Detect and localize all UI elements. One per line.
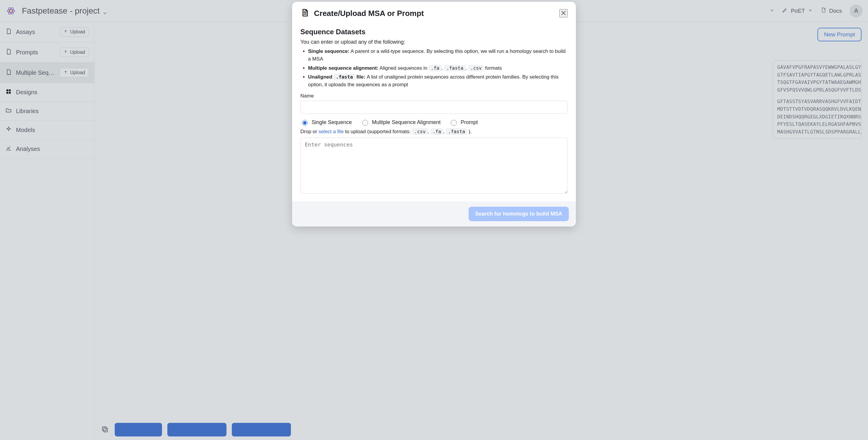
- bullet-msa-prefix: Aligned sequences in: [380, 65, 429, 71]
- drop-mid: to upload (supported formats:: [345, 129, 412, 134]
- select-file-link[interactable]: select a file: [318, 129, 344, 134]
- format-chip: .fasta: [444, 65, 466, 71]
- bullet-single-label: Single sequence:: [308, 48, 349, 54]
- radio-single-input[interactable]: [302, 120, 308, 126]
- modal-overlay[interactable]: Create/Upload MSA or Prompt Sequence Dat…: [0, 0, 868, 440]
- section-lead: You can enter or upload any of the follo…: [300, 39, 568, 45]
- bullet-unaligned-code: .fasta: [334, 74, 355, 80]
- drop-formats: .csv, .fa, .fasta: [412, 129, 467, 135]
- format-chip: .fa: [429, 65, 441, 71]
- radio-row: Single Sequence Multiple Sequence Alignm…: [300, 119, 568, 126]
- submit-button[interactable]: Search for homologs to build MSA: [469, 207, 569, 221]
- radio-single-label: Single Sequence: [312, 119, 352, 126]
- modal-footer: Search for homologs to build MSA: [292, 201, 576, 227]
- close-button[interactable]: [559, 9, 568, 18]
- bullet-msa-formats: .fa, .fasta, .csv: [429, 65, 484, 71]
- bullet-unaligned-suffix: file:: [355, 74, 365, 80]
- format-chip: .fasta: [446, 129, 467, 135]
- drop-prefix: Drop or: [300, 129, 318, 134]
- bullet-msa-label: Multiple sequence alignment:: [308, 65, 378, 71]
- modal-title: Create/Upload MSA or Prompt: [314, 9, 424, 18]
- drop-line: Drop or select a file to upload (support…: [300, 129, 568, 135]
- name-label: Name: [300, 93, 568, 99]
- radio-msa-input[interactable]: [362, 120, 368, 126]
- section-title: Sequence Datasets: [300, 28, 568, 36]
- submit-label: Search for homologs to build MSA: [475, 211, 562, 217]
- section-bullets: Single sequence: A parent or a wild-type…: [300, 47, 568, 89]
- radio-prompt[interactable]: Prompt: [450, 119, 478, 126]
- radio-prompt-label: Prompt: [461, 119, 478, 126]
- close-icon: [560, 9, 567, 18]
- document-icon: [300, 8, 309, 18]
- drop-suffix: ).: [469, 129, 471, 134]
- radio-single[interactable]: Single Sequence: [300, 119, 352, 126]
- format-chip: .fa: [430, 129, 443, 135]
- format-chip: .csv: [412, 129, 428, 135]
- modal: Create/Upload MSA or Prompt Sequence Dat…: [292, 2, 576, 227]
- bullet-unaligned-prefix: Unaligned: [308, 74, 334, 80]
- format-chip: .csv: [468, 65, 484, 71]
- radio-msa[interactable]: Multiple Sequence Alignment: [361, 119, 440, 126]
- sequence-textarea[interactable]: [300, 138, 568, 194]
- bullet-msa-suffix: formats: [485, 65, 502, 71]
- radio-msa-label: Multiple Sequence Alignment: [372, 119, 440, 126]
- radio-prompt-input[interactable]: [451, 120, 457, 126]
- name-input[interactable]: [300, 101, 568, 114]
